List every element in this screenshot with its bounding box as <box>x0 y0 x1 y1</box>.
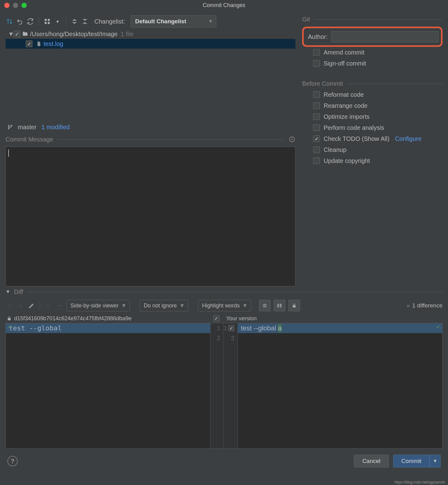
diff-titlebar: d15f341609b7014c624e974c475fbf42886dba9e… <box>6 314 442 323</box>
git-section-header: Git <box>302 14 442 25</box>
your-version-label: Your version <box>226 315 256 322</box>
diff-right-pane[interactable]: test --global a <box>238 323 442 448</box>
folder-icon <box>22 31 28 37</box>
git-section-title: Git <box>302 16 310 23</box>
lock-icon[interactable] <box>288 300 300 311</box>
cleanup-option[interactable]: Cleanup <box>302 144 442 155</box>
checkbox[interactable] <box>313 102 320 109</box>
tree-root-row[interactable]: ▼ /Users/hong/Desktop/test/Image 1 file <box>6 29 295 39</box>
tree-caret-icon[interactable]: ▼ <box>8 31 13 38</box>
viewer-mode-dropdown[interactable]: Side-by-side viewer▼ <box>66 300 130 311</box>
svg-rect-3 <box>48 22 50 24</box>
highlight-mode-dropdown[interactable]: Highlight words▼ <box>198 300 251 311</box>
group-icon[interactable] <box>43 17 51 25</box>
checkbox[interactable] <box>313 91 320 98</box>
optimize-option[interactable]: Optimize imports <box>302 111 442 122</box>
inserted-text: a <box>278 324 282 332</box>
chevron-down-icon: ▼ <box>208 19 213 24</box>
option-label: Optimize imports <box>324 113 370 120</box>
cancel-button[interactable]: Cancel <box>354 455 389 468</box>
todo-option[interactable]: Check TODO (Show All)Configure <box>302 133 442 144</box>
diff-header[interactable]: ▼ Diff <box>6 286 442 297</box>
option-label: Update copyright <box>324 157 370 164</box>
signoff-commit-option[interactable]: Sign-off commit <box>302 58 442 69</box>
option-label: Sign-off commit <box>324 60 366 67</box>
checkbox[interactable] <box>313 113 320 120</box>
rearrange-option[interactable]: Rearrange code <box>302 100 442 111</box>
reformat-option[interactable]: Reformat code <box>302 89 442 100</box>
copyright-option[interactable]: Update copyright <box>302 155 442 166</box>
help-button[interactable]: ? <box>7 456 18 466</box>
diff-body: test --global 1 2 1 2 test --global a <box>6 323 442 449</box>
checkbox[interactable] <box>228 325 234 331</box>
collapse-unchanged-icon[interactable] <box>259 300 271 311</box>
analysis-option[interactable]: Perform code analysis <box>302 122 442 133</box>
back-icon[interactable]: ← <box>44 302 52 310</box>
tree-file-name: test.log <box>44 40 63 47</box>
checkbox[interactable] <box>313 124 320 131</box>
minimize-window-button[interactable] <box>13 3 18 8</box>
diff-left-pane[interactable]: test --global <box>6 323 210 448</box>
forward-icon[interactable]: → <box>55 302 63 310</box>
branch-modified-count[interactable]: 1 modified <box>41 124 70 131</box>
tree-caret-icon[interactable]: ▼ <box>6 289 10 295</box>
changelist-dropdown[interactable]: Default Changelist ▼ <box>131 15 216 28</box>
diff-section: ▼ Diff ↑ ↓ ← → Side-by-side viewer▼ Do n… <box>0 286 448 452</box>
checkbox[interactable] <box>313 135 320 142</box>
author-input[interactable] <box>331 31 439 42</box>
checkbox[interactable] <box>213 315 219 321</box>
sync-scroll-icon[interactable] <box>274 300 285 311</box>
expand-all-icon[interactable] <box>70 17 78 25</box>
titlebar: Commit Changes <box>0 0 448 11</box>
commit-split-button: Commit ▼ <box>393 455 441 468</box>
next-diff-icon[interactable]: ↓ <box>17 302 25 310</box>
svg-rect-9 <box>280 304 282 307</box>
left-column: ▾ Changelist: Default Changelist ▼ ▼ <box>6 14 295 286</box>
prev-diff-icon[interactable]: ↑ <box>6 302 13 310</box>
tree-file-row[interactable]: test.log <box>6 39 295 49</box>
ignore-mode-value: Do not ignore <box>144 303 177 309</box>
separator <box>40 302 40 310</box>
ignore-mode-dropdown[interactable]: Do not ignore▼ <box>140 300 188 311</box>
left-line-numbers: 1 2 <box>211 323 224 448</box>
svg-rect-8 <box>277 304 279 307</box>
swap-icon[interactable] <box>6 17 13 25</box>
before-commit-title: Before Commit <box>302 80 343 87</box>
checkbox[interactable] <box>313 146 320 153</box>
svg-point-6 <box>11 125 12 126</box>
history-icon[interactable] <box>289 136 295 143</box>
commit-button[interactable]: Commit <box>393 455 430 468</box>
check-icon <box>435 325 441 329</box>
main-body: ▾ Changelist: Default Changelist ▼ ▼ <box>0 11 448 286</box>
before-commit-header: Before Commit <box>302 78 442 89</box>
diff-count-text: 1 difference <box>412 302 442 309</box>
configure-link[interactable]: Configure <box>395 135 422 142</box>
collapse-all-icon[interactable] <box>81 17 89 25</box>
lock-icon <box>7 316 12 321</box>
checkbox[interactable] <box>313 60 320 67</box>
checkbox[interactable] <box>26 40 32 47</box>
maximize-window-button[interactable] <box>21 3 27 8</box>
close-window-button[interactable] <box>4 3 9 8</box>
option-label: Check TODO (Show All) <box>324 135 389 142</box>
chevron-down-icon: ▼ <box>242 303 248 309</box>
edit-icon[interactable] <box>28 302 36 310</box>
branch-status-row: master 1 modified <box>6 121 295 133</box>
highlight-mode-value: Highlight words <box>202 303 240 309</box>
undo-icon[interactable] <box>16 17 24 25</box>
caret-down-icon[interactable]: ▾ <box>54 17 62 25</box>
refresh-icon[interactable] <box>26 17 34 25</box>
amend-commit-option[interactable]: Amend commit <box>302 47 442 58</box>
checkbox[interactable] <box>313 157 320 164</box>
svg-rect-11 <box>8 318 10 320</box>
checkbox[interactable] <box>313 49 320 56</box>
svg-rect-1 <box>48 19 50 21</box>
line-number: 1 <box>224 323 227 333</box>
changelist-value: Default Changelist <box>135 18 186 25</box>
commit-dropdown-caret[interactable]: ▼ <box>430 455 441 468</box>
right-column: Git Author: Amend commit Sign-off commit… <box>295 14 442 286</box>
separator-line <box>347 84 442 84</box>
checkbox[interactable] <box>13 31 20 37</box>
commit-message-textarea[interactable] <box>6 147 295 286</box>
footer: ? Cancel Commit ▼ <box>0 452 448 469</box>
